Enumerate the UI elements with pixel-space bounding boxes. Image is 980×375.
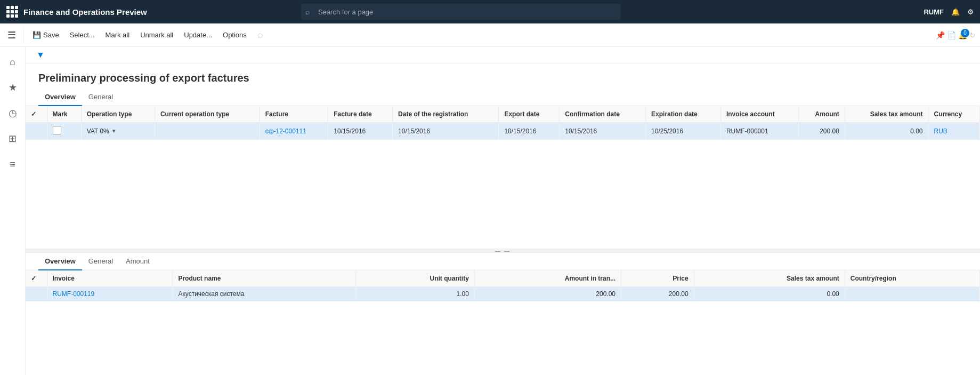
top-navigation: Finance and Operations Preview ⌕ RUMF 🔔 …	[0, 0, 980, 23]
options-button[interactable]: Options	[218, 28, 251, 42]
col-header-operation-type: Operation type	[81, 106, 155, 123]
row-select-check-cell	[26, 123, 47, 140]
col-header-mark: ✓	[26, 106, 47, 123]
row-amount-cell: 200.00	[799, 123, 845, 140]
lower-table-row[interactable]: RUMF-000119 Акустическая система 1.00 20…	[26, 287, 980, 301]
main-layout: ⌂ ★ ◷ ⊞ ≡ ▼ Preliminary processing of ex…	[0, 47, 980, 375]
tab-general-lower[interactable]: General	[82, 253, 119, 270]
row-confirmation-date-cell: 10/15/2016	[560, 123, 646, 140]
lower-row-invoice-cell[interactable]: RUMF-000119	[47, 287, 173, 301]
row-checkbox[interactable]	[53, 126, 61, 134]
unmark-all-button[interactable]: Unmark all	[136, 28, 177, 42]
lower-col-header-country-region: Country/region	[845, 270, 979, 287]
save-label: Save	[43, 31, 59, 39]
lower-row-sales-tax-amount-cell: 0.00	[694, 287, 845, 301]
sidebar-item-recent[interactable]: ◷	[2, 102, 23, 124]
lower-select-all-check[interactable]: ✓	[31, 275, 36, 282]
select-all-check[interactable]: ✓	[31, 110, 36, 118]
sidebar-item-favorites[interactable]: ★	[2, 77, 23, 98]
table-row[interactable]: VAT 0% ▼ сф-12-000111 10/15/2016 10/15/2…	[26, 123, 980, 140]
content-area: ▼ Preliminary processing of export factu…	[26, 47, 980, 375]
upper-table-area: ✓ Mark Operation type Current operation …	[26, 106, 980, 140]
col-header-confirmation-date: Confirmation date	[560, 106, 646, 123]
update-label: Update...	[184, 31, 212, 39]
app-menu-button[interactable]	[6, 6, 18, 18]
refresh-icon[interactable]: ↻	[969, 31, 976, 39]
hamburger-menu-icon[interactable]: ☰	[4, 26, 19, 44]
separator-1	[23, 29, 24, 42]
app-title: Finance and Operations Preview	[23, 7, 147, 17]
notification-count: 0	[961, 29, 969, 37]
operation-type-dropdown-icon[interactable]: ▼	[111, 128, 117, 134]
lower-col-header-price: Price	[621, 270, 694, 287]
top-nav-right: RUMF 🔔 ⚙	[924, 8, 974, 16]
lower-tabs: Overview General Amount	[26, 253, 980, 270]
lower-row-check-cell	[26, 287, 47, 301]
mark-all-label: Mark all	[106, 31, 130, 39]
tab-amount-lower[interactable]: Amount	[119, 253, 156, 270]
lower-row-country-region-cell	[845, 287, 979, 301]
lower-table-area: ✓ Invoice Product name Unit quantity Amo…	[26, 270, 980, 301]
mark-all-button[interactable]: Mark all	[101, 28, 134, 42]
lower-row-product-name-cell: Акустическая система	[173, 287, 355, 301]
tab-general-upper[interactable]: General	[82, 89, 119, 106]
cmd-right-actions: 📌 📄 🔔0 ↻	[936, 31, 976, 39]
options-label: Options	[223, 31, 247, 39]
row-operation-type-cell[interactable]: VAT 0% ▼	[81, 123, 155, 140]
page-icon[interactable]: 📄	[947, 31, 956, 39]
tab-overview-lower[interactable]: Overview	[38, 253, 82, 270]
lower-row-unit-quantity-cell: 1.00	[355, 287, 474, 301]
sidebar-item-modules[interactable]: ≡	[2, 154, 23, 175]
upper-tabs: Overview General	[26, 89, 980, 106]
sidebar: ⌂ ★ ◷ ⊞ ≡	[0, 47, 26, 375]
operation-type-value: VAT 0%	[87, 127, 109, 135]
row-current-operation-type-cell[interactable]	[155, 123, 260, 140]
cmd-search-icon[interactable]: ⌕	[257, 29, 263, 41]
lower-col-header-sales-tax-amount: Sales tax amount	[694, 270, 845, 287]
search-input[interactable]	[301, 4, 621, 20]
bottom-panel: Overview General Amount ✓ Invoice	[26, 253, 980, 338]
lower-col-header-unit-quantity: Unit quantity	[355, 270, 474, 287]
lower-row-price-cell: 200.00	[621, 287, 694, 301]
search-container: ⌕	[301, 4, 621, 20]
row-currency-cell: RUB	[928, 123, 980, 140]
lower-col-header-check: ✓	[26, 270, 47, 287]
col-header-currency: Currency	[928, 106, 980, 123]
sidebar-item-home[interactable]: ⌂	[2, 51, 23, 73]
currency-link[interactable]: RUB	[934, 127, 947, 135]
facture-link[interactable]: сф-12-000111	[265, 127, 306, 135]
user-name: RUMF	[924, 8, 944, 16]
pin-icon[interactable]: 📌	[936, 31, 945, 39]
panel-splitter[interactable]: — —	[26, 249, 980, 253]
lower-data-table: ✓ Invoice Product name Unit quantity Amo…	[26, 270, 980, 301]
invoice-link[interactable]: RUMF-000119	[53, 290, 95, 298]
lower-col-header-product-name: Product name	[173, 270, 355, 287]
save-button[interactable]: 💾 Save	[28, 28, 63, 42]
col-header-facture-date: Facture date	[328, 106, 393, 123]
search-icon: ⌕	[305, 7, 310, 16]
select-label: Select...	[70, 31, 95, 39]
settings-icon[interactable]: ⚙	[967, 8, 974, 16]
select-button[interactable]: Select...	[66, 28, 99, 42]
row-export-date-cell: 10/15/2016	[499, 123, 560, 140]
command-bar: ☰ 💾 Save Select... Mark all Unmark all U…	[0, 23, 980, 47]
row-facture-cell[interactable]: сф-12-000111	[260, 123, 328, 140]
notifications-icon[interactable]: 🔔	[951, 8, 960, 16]
col-header-current-operation-type: Current operation type	[155, 106, 260, 123]
col-header-invoice-account: Invoice account	[720, 106, 798, 123]
notification-badge-icon[interactable]: 🔔0	[958, 31, 967, 39]
upper-section: Overview General ✓ Mark Operation type	[26, 89, 980, 249]
row-mark-cell[interactable]	[47, 123, 81, 140]
filter-bar: ▼	[26, 47, 980, 63]
filter-icon[interactable]: ▼	[36, 50, 45, 60]
lower-col-header-invoice: Invoice	[47, 270, 173, 287]
col-header-amount: Amount	[799, 106, 845, 123]
row-expiration-date-cell: 10/25/2016	[646, 123, 721, 140]
update-button[interactable]: Update...	[180, 28, 216, 42]
tab-overview-upper[interactable]: Overview	[38, 89, 82, 106]
row-sales-tax-amount-cell: 0.00	[845, 123, 928, 140]
col-header-sales-tax-amount: Sales tax amount	[845, 106, 928, 123]
col-header-expiration-date: Expiration date	[646, 106, 721, 123]
page-card: Preliminary processing of export facture…	[26, 63, 980, 375]
sidebar-item-workspaces[interactable]: ⊞	[2, 128, 23, 149]
